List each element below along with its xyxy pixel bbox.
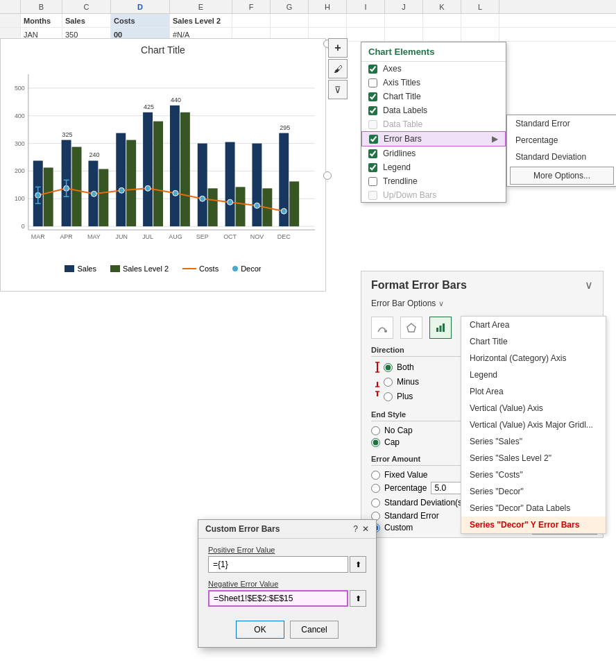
svg-text:JUN: JUN [116, 233, 128, 240]
dropdown-series-decor-errorbars[interactable]: Series "Decor" Y Error Bars [461, 516, 606, 533]
add-chart-element-btn[interactable]: + [328, 38, 348, 58]
gridlines-label: Gridlines [383, 149, 416, 158]
chart-filter-btn[interactable]: ⊽ [328, 80, 348, 99]
direction-both-label: Both [397, 362, 414, 372]
col-c-header: C [62, 0, 111, 13]
axis-titles-checkbox[interactable] [368, 78, 377, 87]
format-panel-options-dropdown[interactable]: Error Bar Options ∨ [361, 296, 603, 312]
end-no-cap-radio[interactable] [371, 426, 380, 435]
row-number-header [0, 0, 21, 13]
chart-title: Chart Title [1, 39, 325, 58]
dropdown-series-decor-labels[interactable]: Series "Decor" Data Labels [461, 500, 606, 516]
legend-decor: Decor [232, 264, 261, 273]
dropdown-chart-title[interactable]: Chart Title [461, 333, 606, 350]
svg-point-45 [200, 196, 205, 201]
dropdown-vertical-axis-gridlines[interactable]: Vertical (Value) Axis Major Gridl... [461, 417, 606, 433]
submenu-more-options[interactable]: More Options... [510, 167, 614, 185]
chart-element-data-labels[interactable]: Data Labels [361, 103, 506, 117]
svg-rect-32 [225, 142, 235, 226]
dropdown-vertical-axis[interactable]: Vertical (Value) Axis [461, 400, 606, 417]
chart-element-data-table[interactable]: Data Table [361, 117, 506, 131]
data-labels-checkbox[interactable] [368, 106, 377, 115]
cell-j2 [385, 28, 423, 41]
cell-e1[interactable]: Sales Level 2 [170, 14, 232, 27]
error-bars-submenu: Standard Error Percentage Standard Devia… [506, 115, 616, 187]
fixed-value-radio[interactable] [371, 471, 380, 480]
dropdown-series-decor[interactable]: Series "Decor" [461, 483, 606, 500]
sheet-row-1: Months Sales Costs Sales Level 2 [0, 14, 616, 28]
submenu-standard-error[interactable]: Standard Error [507, 115, 616, 132]
cell-c1[interactable]: Sales [62, 14, 111, 27]
cell-d1[interactable]: Costs [111, 14, 170, 27]
error-bars-checkbox[interactable] [369, 135, 378, 144]
dialog-ok-btn[interactable]: OK [236, 621, 284, 639]
minus-icon [371, 376, 384, 388]
trendline-checkbox[interactable] [368, 177, 377, 186]
col-k-header: K [423, 0, 461, 13]
chart-area: Chart Title 0 100 200 300 400 500 325 24… [0, 38, 326, 292]
dialog-close-btn[interactable]: ✕ [362, 524, 369, 534]
format-icon-bar-chart[interactable] [429, 317, 452, 339]
chart-element-chart-title[interactable]: Chart Title [361, 90, 506, 103]
submenu-standard-deviation[interactable]: Standard Deviation [507, 149, 616, 165]
dialog-question-mark[interactable]: ? [353, 524, 358, 534]
dropdown-horizontal-axis[interactable]: Horizontal (Category) Axis [461, 350, 606, 367]
end-cap-radio[interactable] [371, 438, 380, 447]
dropdown-series-costs[interactable]: Series "Costs" [461, 467, 606, 483]
negative-error-range-btn[interactable]: ⬆ [350, 590, 366, 607]
dialog-content: Positive Error Value ={1} ⬆ Negative Err… [198, 539, 376, 621]
format-icon-pentagon[interactable] [400, 317, 422, 339]
legend-checkbox[interactable] [368, 163, 377, 172]
chart-element-axes[interactable]: Axes [361, 62, 506, 76]
dialog-cancel-btn[interactable]: Cancel [290, 621, 339, 639]
format-icon-paint[interactable] [371, 317, 393, 339]
std-error-label: Standard Error [384, 511, 439, 521]
svg-text:240: 240 [89, 152, 99, 159]
cell-b1[interactable]: Months [21, 14, 62, 27]
chart-element-gridlines[interactable]: Gridlines [361, 146, 506, 160]
chart-element-updown-bars[interactable]: Up/Down Bars [361, 188, 506, 202]
negative-error-input[interactable]: =Sheet1!$E$2:$E$15 [208, 590, 348, 607]
svg-text:0: 0 [22, 223, 25, 230]
direction-plus-radio[interactable] [384, 392, 393, 401]
row-1-num [0, 14, 21, 27]
chart-element-error-bars[interactable]: Error Bars ▶ [361, 131, 506, 146]
mid-collapse-handle[interactable] [323, 171, 332, 180]
cell-h1 [309, 14, 347, 27]
svg-text:440: 440 [171, 96, 181, 103]
col-b-header: B [21, 0, 62, 13]
chart-element-axis-titles[interactable]: Axis Titles [361, 76, 506, 90]
format-panel-close-btn[interactable]: ∨ [585, 278, 593, 292]
std-dev-radio[interactable] [371, 498, 380, 507]
percentage-radio[interactable] [371, 484, 380, 493]
trendline-label: Trendline [383, 176, 418, 186]
svg-text:200: 200 [15, 167, 25, 174]
direction-both-radio[interactable] [384, 363, 393, 372]
positive-error-range-btn[interactable]: ⬆ [350, 556, 366, 573]
percentage-label: Percentage [384, 483, 427, 493]
legend-label: Legend [383, 162, 411, 172]
chart-legend: Sales Sales Level 2 Costs Decor [1, 262, 325, 276]
percentage-input[interactable] [431, 482, 462, 494]
legend-sales2-label: Sales Level 2 [123, 264, 169, 273]
legend-sales2-color [110, 265, 120, 272]
submenu-percentage[interactable]: Percentage [507, 132, 616, 149]
gridlines-checkbox[interactable] [368, 149, 377, 158]
std-dev-label: Standard Deviation(s) [384, 498, 465, 507]
chart-style-btn[interactable]: 🖌 [328, 59, 348, 78]
direction-minus-radio[interactable] [384, 378, 393, 387]
cell-k1 [423, 14, 461, 27]
dropdown-series-sales[interactable]: Series "Sales" [461, 433, 606, 450]
dropdown-plot-area[interactable]: Plot Area [461, 383, 606, 400]
chart-element-legend[interactable]: Legend [361, 160, 506, 174]
positive-error-input[interactable]: ={1} [208, 556, 348, 573]
svg-text:295: 295 [280, 124, 290, 131]
dropdown-legend[interactable]: Legend [461, 367, 606, 383]
dropdown-series-sales2[interactable]: Series "Sales Level 2" [461, 450, 606, 467]
chart-title-checkbox[interactable] [368, 92, 377, 101]
svg-rect-67 [440, 326, 442, 332]
dropdown-chart-area[interactable]: Chart Area [461, 317, 606, 333]
chart-element-trendline[interactable]: Trendline [361, 174, 506, 188]
dialog-footer: OK Cancel [198, 621, 376, 647]
axes-checkbox[interactable] [368, 65, 377, 74]
